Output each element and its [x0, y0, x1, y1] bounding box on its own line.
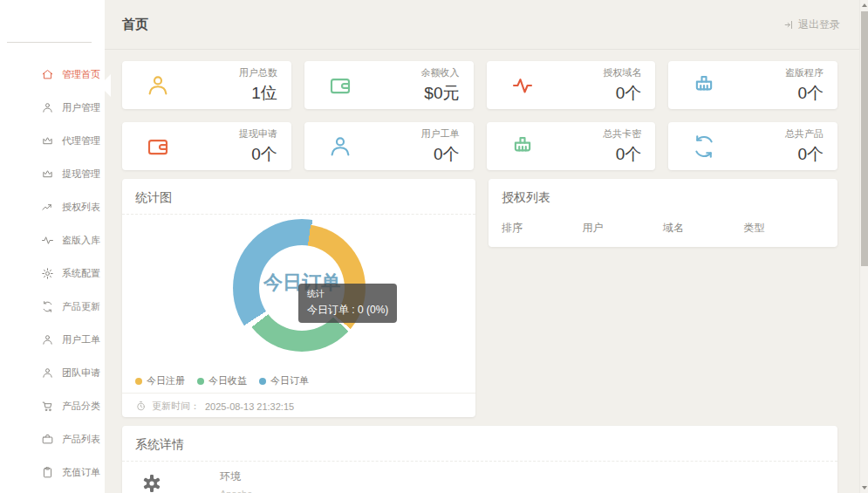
statistics-chart-panel: 统计图 今日订单 统计 今日订单 : 0 (0%) 今日注册 今日收益: [122, 179, 475, 417]
sidebar-item-auth-list[interactable]: 授权列表: [0, 190, 105, 223]
briefcase-icon: [41, 433, 54, 446]
sidebar-item-label: 产品列表: [62, 433, 100, 446]
vertical-scrollbar[interactable]: [859, 0, 868, 493]
update-time-label: 更新时间：: [152, 400, 200, 413]
auth-table-header: 排序 用户 域名 类型: [489, 214, 837, 236]
sidebar-item-label: 用户工单: [62, 333, 100, 346]
stat-card-total-users: 用户总数 1位: [122, 61, 291, 109]
sidebar: 管理首页 用户管理 代理管理 提现管理 授权列表: [0, 0, 105, 493]
logout-icon: [783, 19, 795, 31]
stat-value: 0个: [785, 82, 824, 105]
stat-card-total-products: 总共产品 0个: [668, 122, 837, 170]
sidebar-item-label: 代理管理: [62, 134, 100, 147]
scrollbar-thumb[interactable]: [861, 11, 868, 266]
stat-card-balance-income: 余额收入 $0元: [304, 61, 474, 109]
scroll-down-arrow-icon[interactable]: [862, 486, 867, 490]
update-time-row: 更新时间： 2025-08-13 21:32:15: [122, 393, 475, 419]
stat-value: 0个: [603, 82, 641, 105]
sidebar-item-product-update[interactable]: 产品更新: [0, 290, 105, 323]
sidebar-item-recharge-order[interactable]: 充值订单: [0, 455, 105, 489]
stat-value: $0元: [421, 82, 460, 105]
content: 用户总数 1位 余额收入 $0元 授权域名 0个: [105, 50, 859, 493]
stat-value: 0个: [603, 143, 641, 166]
sidebar-item-user-ticket[interactable]: 用户工单: [0, 323, 105, 356]
clock-icon: [135, 401, 147, 412]
main-area: 首页 退出登录 用户总数 1位: [105, 0, 859, 493]
sidebar-menu: 管理首页 用户管理 代理管理 提现管理 授权列表: [0, 58, 105, 489]
update-time-value: 2025-08-13 21:32:15: [205, 401, 294, 412]
column-header-type: 类型: [744, 221, 825, 236]
wallet-icon: [327, 72, 353, 99]
stat-value: 0个: [785, 143, 824, 166]
chart-panel-title: 统计图: [122, 179, 475, 215]
sidebar-item-team-apply[interactable]: 团队申请: [0, 356, 105, 389]
wallet-icon: [145, 134, 171, 160]
sidebar-item-label: 管理首页: [62, 68, 100, 81]
legend-label: 今日订单: [270, 374, 309, 387]
gear-icon: [141, 473, 162, 493]
crown-icon: [41, 134, 54, 147]
scroll-up-arrow-icon[interactable]: [862, 3, 867, 7]
page-title: 首页: [122, 17, 148, 33]
logout-label: 退出登录: [798, 17, 840, 32]
gear-icon: [41, 267, 54, 280]
crown-icon: [41, 168, 54, 181]
stat-label: 用户总数: [239, 66, 277, 79]
stat-label: 用户工单: [421, 127, 460, 140]
sidebar-item-product-category[interactable]: 产品分类: [0, 389, 105, 422]
user-icon: [41, 101, 54, 114]
legend-dot-icon: [197, 378, 204, 385]
auth-list-panel: 授权列表 排序 用户 域名 类型: [489, 179, 837, 247]
sidebar-item-label: 充值订单: [62, 466, 100, 479]
pulse-icon: [41, 234, 54, 247]
legend-item-today-register[interactable]: 今日注册: [135, 374, 185, 387]
legend-dot-icon: [259, 378, 266, 385]
stat-label: 总共卡密: [603, 127, 641, 140]
stat-label: 授权域名: [603, 66, 641, 79]
sidebar-item-label: 盗版入库: [62, 234, 100, 247]
column-header-user: 用户: [583, 221, 664, 236]
sidebar-divider: [7, 42, 92, 43]
brush-icon: [509, 134, 536, 160]
refresh-icon: [691, 134, 717, 160]
sidebar-item-withdraw-management[interactable]: 提现管理: [0, 157, 105, 190]
stat-label: 余额收入: [421, 66, 460, 79]
panels-row: 统计图 今日订单 统计 今日订单 : 0 (0%) 今日注册 今日收益: [122, 179, 837, 417]
column-header-sort: 排序: [502, 221, 583, 236]
pulse-icon: [509, 72, 536, 99]
user-icon: [145, 72, 171, 99]
stat-card-total-cards: 总共卡密 0个: [487, 122, 656, 170]
stat-value: 1位: [239, 82, 277, 105]
legend-item-today-orders[interactable]: 今日订单: [259, 374, 309, 387]
cart-icon: [41, 400, 54, 413]
legend-label: 今日注册: [147, 374, 185, 387]
legend-item-today-revenue[interactable]: 今日收益: [197, 374, 247, 387]
stat-cards-row-2: 提现申请 0个 用户工单 0个 总共卡密 0个: [122, 122, 837, 170]
legend-dot-icon: [135, 378, 142, 385]
tooltip-title: 统计: [307, 288, 388, 300]
sidebar-item-admin-home[interactable]: 管理首页: [0, 58, 105, 91]
sidebar-item-label: 授权列表: [62, 201, 100, 214]
refresh-icon: [41, 300, 54, 313]
sidebar-item-system-config[interactable]: 系统配置: [0, 257, 105, 290]
stat-label: 盗版程序: [785, 66, 824, 79]
sidebar-item-user-management[interactable]: 用户管理: [0, 91, 105, 124]
sidebar-item-agent-management[interactable]: 代理管理: [0, 124, 105, 157]
system-env-row: 环境 Apache: [122, 462, 837, 493]
user-icon: [41, 366, 54, 380]
chart-tooltip: 统计 今日订单 : 0 (0%): [298, 284, 397, 323]
sidebar-item-product-list[interactable]: 产品列表: [0, 422, 105, 455]
page-header: 首页 退出登录: [105, 0, 859, 50]
sidebar-item-label: 系统配置: [62, 267, 100, 280]
stat-card-pirated-programs: 盗版程序 0个: [668, 61, 837, 109]
sidebar-item-label: 产品分类: [62, 400, 100, 413]
legend-label: 今日收益: [208, 374, 247, 387]
stat-card-withdraw-requests: 提现申请 0个: [122, 122, 291, 170]
logout-button[interactable]: 退出登录: [783, 17, 840, 32]
clipboard-icon: [41, 466, 54, 479]
tooltip-text: 今日订单 : 0 (0%): [307, 303, 388, 318]
column-header-domain: 域名: [663, 221, 744, 236]
stat-label: 提现申请: [239, 127, 277, 140]
sidebar-item-piracy-storage[interactable]: 盗版入库: [0, 223, 105, 257]
stat-label: 总共产品: [785, 127, 824, 140]
